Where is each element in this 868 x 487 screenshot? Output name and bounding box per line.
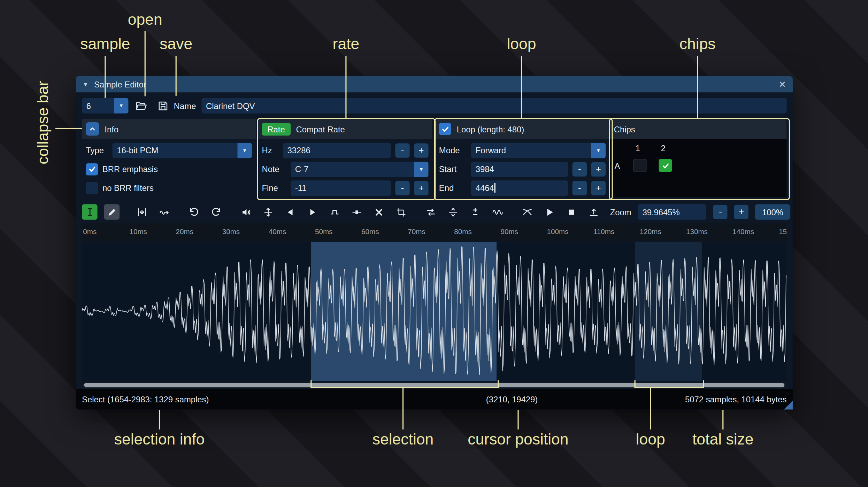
info-panel: Info Type 16-bit PCM ▼ BRR emphasis no [82, 119, 256, 197]
text-cursor [494, 183, 496, 193]
sine-wave-icon [492, 207, 502, 217]
cursor-position-text: (3210, 19429) [486, 395, 538, 404]
header-row: 6 ▼ Name Clarinet DQV [82, 98, 786, 113]
text-cursor-icon [84, 207, 95, 217]
chip-row-a-label: A [614, 161, 620, 170]
rate-panel: Rate Compat Rate Hz 33286 - + Note C-7 ▼… [258, 119, 432, 197]
crossfade-loop-button[interactable] [519, 204, 535, 219]
note-value: C-7 [291, 161, 414, 177]
annotation-bracket-selection [310, 380, 499, 388]
brr-emphasis-checkbox[interactable] [86, 163, 98, 175]
annotation-line-sample [105, 56, 106, 98]
resize-button[interactable] [134, 204, 149, 219]
loop-end-increase-button[interactable]: + [591, 181, 606, 195]
ruler-label: 110ms [593, 227, 614, 236]
preview-play-button[interactable] [541, 204, 557, 219]
chip-a2-checkbox[interactable] [659, 159, 672, 172]
loop-start-increase-button[interactable]: + [591, 162, 606, 176]
play-icon [544, 207, 554, 217]
zoom-reset-button[interactable]: 100% [755, 204, 790, 219]
normalize-button[interactable] [260, 204, 276, 219]
create-wavetable-button[interactable] [586, 204, 601, 219]
check-icon [441, 125, 449, 133]
edit-mode-select-button[interactable] [82, 204, 97, 219]
chip-a1-checkbox[interactable] [633, 159, 646, 172]
sample-selector[interactable]: 6 ▼ [82, 98, 128, 113]
preview-stop-button[interactable] [563, 204, 579, 219]
toolbar: Zoom 39.9645% - + 100% [82, 204, 786, 221]
collapse-bar-button[interactable] [86, 122, 99, 136]
loop-panel-title: Loop (length: 480) [457, 124, 524, 134]
check-icon [661, 161, 670, 170]
waveform-view[interactable] [82, 242, 786, 381]
chevron-down-icon[interactable]: ▼ [238, 142, 252, 158]
loop-enable-checkbox[interactable] [439, 123, 451, 135]
hz-label: Hz [262, 146, 278, 155]
window-collapse-icon[interactable]: ▼ [83, 81, 89, 87]
loop-end-input[interactable]: 4464 [471, 180, 568, 195]
no-brr-filters-checkbox[interactable] [86, 182, 98, 194]
chevron-down-icon[interactable]: ▼ [414, 161, 428, 177]
type-dropdown[interactable]: 16-bit PCM ▼ [112, 142, 252, 158]
chevron-down-icon[interactable]: ▼ [114, 98, 128, 113]
vertical-arrows-icon [263, 207, 273, 217]
annotation-cursor-position: cursor position [468, 431, 568, 448]
type-label: Type [86, 146, 108, 155]
loop-end-label: End [439, 183, 467, 193]
loop-end-decrease-button[interactable]: - [573, 181, 587, 195]
note-label: Note [262, 164, 286, 174]
zoom-in-button[interactable]: + [734, 205, 748, 219]
fade-in-button[interactable] [282, 204, 298, 219]
annotation-line-loop-top [521, 56, 522, 118]
fade-out-button[interactable] [305, 204, 320, 219]
hz-input[interactable]: 33286 [283, 142, 391, 158]
insert-silence-button[interactable] [327, 204, 342, 219]
floppy-save-icon [157, 100, 168, 111]
save-button[interactable] [155, 98, 170, 113]
open-button[interactable] [133, 98, 148, 113]
zoom-out-button[interactable]: - [713, 205, 728, 219]
fine-increase-button[interactable]: + [414, 181, 428, 195]
delete-button[interactable] [371, 204, 386, 219]
fine-decrease-button[interactable]: - [395, 181, 409, 195]
plus-minus-icon [470, 207, 480, 217]
edit-mode-draw-button[interactable] [104, 204, 120, 219]
reverse-button[interactable] [423, 204, 438, 219]
brr-emphasis-label: BRR emphasis [102, 164, 158, 174]
resize-grip[interactable] [784, 401, 793, 409]
ruler-label: 80ms [454, 227, 472, 236]
signed-unsigned-button[interactable] [467, 204, 483, 219]
ruler-label: 60ms [361, 227, 379, 236]
amplify-button[interactable] [238, 204, 253, 219]
invert-button[interactable] [445, 204, 460, 219]
chevron-down-icon[interactable]: ▼ [591, 142, 606, 158]
pulse-step-icon [329, 207, 339, 217]
resize-icon [137, 207, 147, 217]
apply-filter-button[interactable] [489, 204, 505, 219]
rate-panel-header: Rate Compat Rate [258, 119, 432, 139]
annotation-chips: chips [679, 36, 716, 53]
ruler-label: 120ms [640, 227, 661, 236]
resample-button[interactable] [156, 204, 171, 219]
annotation-open: open [128, 11, 162, 29]
undo-button[interactable] [186, 204, 201, 219]
zoom-input[interactable]: 39.9645% [638, 204, 707, 219]
note-dropdown[interactable]: C-7 ▼ [291, 161, 429, 177]
export-up-icon [588, 207, 599, 217]
annotation-line-loop-bottom [650, 387, 651, 430]
apply-silence-button[interactable] [349, 204, 364, 219]
loop-mode-dropdown[interactable]: Forward ▼ [471, 142, 606, 158]
fine-input[interactable]: -11 [291, 180, 391, 195]
hz-increase-button[interactable]: + [414, 143, 428, 157]
titlebar[interactable]: ▼ Sample Editor ✕ [76, 76, 793, 93]
rate-badge[interactable]: Rate [262, 123, 290, 136]
loop-start-decrease-button[interactable]: - [573, 162, 587, 176]
hz-decrease-button[interactable]: - [395, 143, 409, 157]
sample-number: 6 [82, 98, 114, 113]
redo-button[interactable] [208, 204, 223, 219]
trim-button[interactable] [393, 204, 408, 219]
loop-start-input[interactable]: 3984 [471, 161, 568, 177]
loop-end-value: 4464 [476, 183, 494, 193]
close-icon[interactable]: ✕ [779, 79, 786, 89]
name-input[interactable]: Clarinet DQV [201, 98, 786, 113]
